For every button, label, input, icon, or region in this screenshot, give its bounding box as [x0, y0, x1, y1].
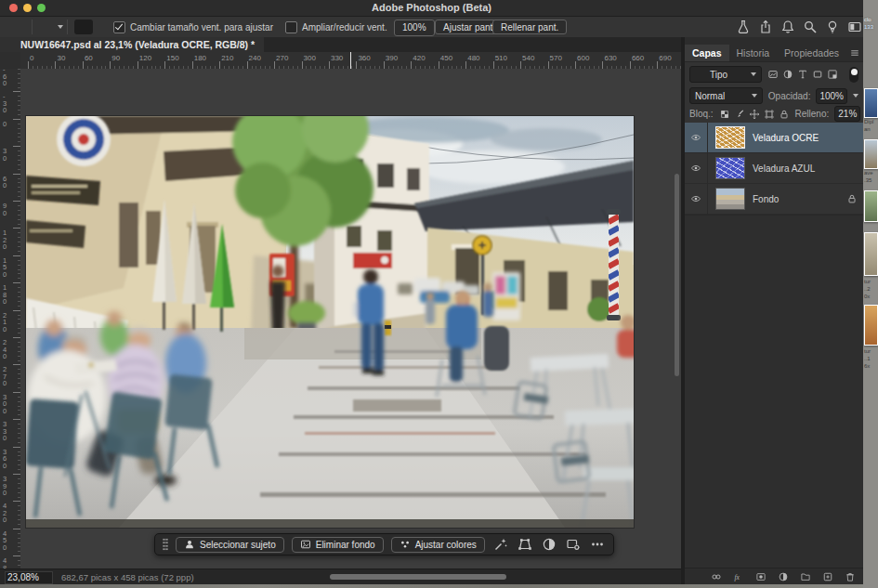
filter-pixel-layer-icon[interactable] — [767, 69, 779, 80]
adjustment-icon — [778, 571, 789, 582]
layer-filter-dropdown[interactable]: Tipo — [689, 66, 762, 83]
fill-field[interactable]: 21% — [834, 106, 860, 122]
wand-button[interactable] — [492, 536, 509, 553]
layer-row-veladura-azul[interactable]: Veladura AZUL — [685, 153, 863, 184]
ruler-tick — [219, 61, 220, 69]
zoom-out-button[interactable] — [95, 20, 113, 34]
trash-button[interactable] — [842, 568, 858, 585]
layer-visibility-toggle[interactable] — [685, 123, 708, 152]
layer-thumbnail[interactable] — [715, 188, 745, 210]
horizontal-ruler[interactable]: 0306090120150180210240270300330360390420… — [20, 52, 681, 70]
checkbox-checked-icon[interactable] — [113, 21, 125, 33]
transform-button[interactable] — [517, 536, 533, 553]
layer-visibility-toggle[interactable] — [685, 184, 708, 214]
options-right-icons — [736, 20, 875, 34]
more-button[interactable] — [589, 536, 606, 553]
filter-toggle[interactable] — [849, 67, 858, 83]
tab-capas[interactable]: Capas — [685, 45, 729, 61]
mask-button[interactable] — [753, 568, 769, 585]
contextual-task-bar: Seleccionar sujetoEliminar fondoAjustar … — [154, 533, 614, 555]
zoom-level-field[interactable]: 23,08% — [5, 571, 53, 584]
desktop-file-thumbnail[interactable] — [864, 88, 878, 118]
lock-lock-icon[interactable] — [779, 109, 790, 120]
filter-adjustment-icon[interactable] — [782, 69, 793, 80]
share-icon[interactable] — [758, 20, 773, 34]
discover-lightbulb-icon[interactable] — [825, 20, 840, 34]
tab-propiedades[interactable]: Propiedades — [777, 45, 846, 61]
canvas-image[interactable] — [26, 116, 634, 528]
canvas-area[interactable] — [20, 69, 681, 568]
layer-thumbnail[interactable] — [715, 157, 745, 179]
home-icon[interactable] — [11, 20, 30, 34]
layer-thumbnail[interactable] — [715, 126, 745, 149]
ruler-label: 3 0 0 — [3, 394, 7, 415]
link-button[interactable] — [708, 568, 725, 585]
drag-handle-icon[interactable] — [163, 538, 168, 551]
option-checkbox-0[interactable]: Cambiar tamaño vent. para ajustar — [113, 21, 273, 33]
filter-shape-icon[interactable] — [812, 69, 823, 80]
ruler-label: 4 5 0 — [3, 530, 7, 552]
panel-header — [685, 37, 863, 45]
options-bar: Cambiar tamaño vent. para ajustarAmpliar… — [0, 17, 863, 38]
chevron-down-icon[interactable] — [853, 94, 858, 98]
vertical-ruler[interactable]: - 6 0- 3 003 06 09 01 2 01 5 01 8 02 1 0… — [0, 69, 21, 568]
fx-button[interactable]: fx — [730, 568, 747, 585]
ruler-label: 480 — [467, 54, 479, 62]
ruler-label: 210 — [221, 54, 233, 62]
ruler-tick — [520, 61, 521, 69]
option-checkbox-1[interactable]: Ampliar/reducir vent. — [285, 21, 387, 33]
ruler-label: 60 — [85, 54, 93, 62]
tab-historia[interactable]: Historia — [729, 45, 778, 61]
status-options-icon[interactable] — [178, 572, 190, 583]
new-layer-button[interactable] — [819, 568, 836, 585]
lock-brush-icon[interactable] — [734, 109, 745, 120]
desktop-file-thumbnail[interactable] — [864, 232, 878, 276]
horizontal-scrollbar-thumb[interactable] — [330, 574, 506, 580]
search-icon[interactable] — [803, 20, 818, 34]
layer-row-veladura-ocre[interactable]: Veladura OCRE — [685, 123, 863, 153]
workspace-icon[interactable] — [847, 20, 862, 34]
vertical-scrollbar-thumb[interactable] — [675, 174, 679, 376]
horizontal-scrollbar[interactable] — [214, 573, 678, 581]
task-button-label: Seleccionar sujeto — [200, 540, 276, 550]
layer-row-fondo[interactable]: Fondo — [685, 184, 863, 215]
opacity-field[interactable]: 100% — [816, 88, 847, 104]
lock-checkerboard-icon[interactable] — [719, 109, 730, 120]
ruler-tick — [13, 310, 20, 311]
export-button[interactable] — [565, 536, 582, 553]
task-button-0[interactable]: Seleccionar sujeto — [176, 537, 284, 553]
zoom-in-button[interactable] — [74, 20, 93, 34]
fill-screen-button[interactable]: Rellenar pant. — [492, 20, 567, 34]
desktop-file-thumbnail[interactable] — [864, 305, 878, 346]
panel-menu-icon[interactable] — [849, 47, 860, 59]
filter-type-icon[interactable] — [797, 69, 808, 80]
ruler-corner[interactable] — [0, 52, 21, 70]
task-button-2[interactable]: Ajustar colores — [391, 537, 485, 553]
ruler-label: 570 — [550, 54, 562, 62]
lock-artboard-icon[interactable] — [764, 109, 775, 120]
zoom-percentage-field[interactable]: 100% — [394, 20, 435, 36]
chevron-down-icon[interactable] — [58, 25, 63, 29]
layer-visibility-toggle[interactable] — [685, 153, 708, 183]
ruler-label: - 3 0 — [3, 93, 7, 114]
ruler-tick — [602, 61, 603, 69]
lock-move-icon[interactable] — [749, 109, 760, 120]
ruler-cursor-marker — [350, 52, 351, 69]
task-button-1[interactable]: Eliminar fondo — [292, 537, 384, 553]
close-tab-icon[interactable] — [5, 39, 16, 50]
half-circle-button[interactable] — [541, 536, 557, 553]
vertical-scrollbar[interactable] — [674, 69, 681, 568]
filter-smart-icon[interactable] — [827, 69, 838, 80]
adjust-dots-icon — [400, 539, 411, 550]
beta-flask-icon[interactable] — [736, 20, 751, 34]
desktop-file-thumbnail[interactable] — [864, 139, 878, 169]
adjustment-button[interactable] — [775, 568, 792, 585]
blend-mode-dropdown[interactable]: Normal — [689, 87, 763, 104]
zoom-tool-icon[interactable] — [39, 20, 58, 34]
notifications-bell-icon[interactable] — [780, 20, 795, 34]
document-tab[interactable]: NUW16647.psd al 23,1% (Veladura OCRE, RG… — [0, 37, 264, 52]
document-tab-title: NUW16647.psd al 23,1% (Veladura OCRE, RG… — [20, 39, 255, 50]
checkbox-unchecked-icon[interactable] — [285, 21, 297, 33]
folder-button[interactable] — [797, 568, 814, 585]
desktop-file-thumbnail[interactable] — [864, 190, 878, 222]
